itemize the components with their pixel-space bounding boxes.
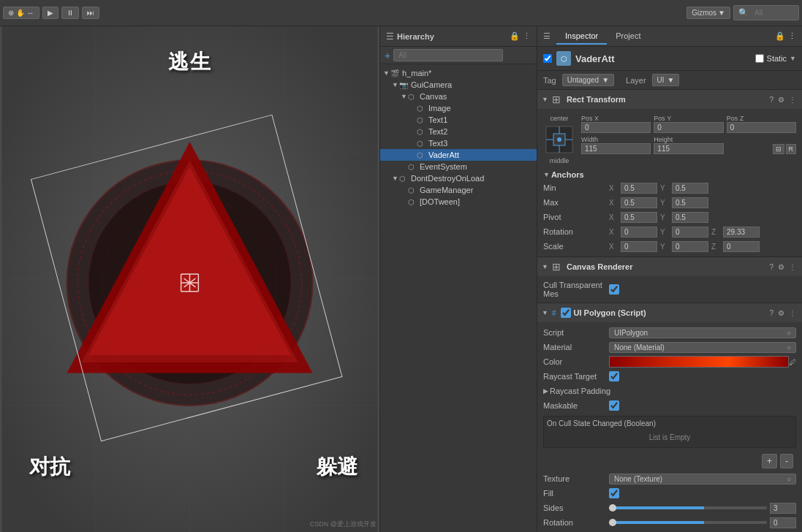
- ui-polygon-checkbox[interactable]: [561, 308, 571, 318]
- hierarchy-lock-icon[interactable]: 🔒: [510, 31, 520, 41]
- rotation-input[interactable]: [770, 517, 796, 528]
- add-event-btn[interactable]: +: [762, 454, 777, 468]
- texture-ref[interactable]: None (Texture) ○: [609, 474, 796, 484]
- anchor-widget[interactable]: [543, 123, 575, 156]
- pivot-row: Pivot X Y: [543, 210, 796, 224]
- tree-item-EventSystem[interactable]: ⬡EventSystem: [380, 161, 537, 172]
- script-ref[interactable]: UIPolygon ○: [609, 327, 796, 338]
- tree-item-Image[interactable]: ⬡Image: [380, 102, 537, 114]
- canvas-renderer-help[interactable]: ?: [768, 263, 775, 271]
- scene-view[interactable]: 逃生 对抗 躲避 CSDN @爱上游戏开发: [0, 26, 380, 532]
- rotation-x[interactable]: [621, 227, 657, 238]
- tree-item-DontDestroyOnLoad[interactable]: ▼⬡DontDestroyOnLoad: [380, 172, 537, 184]
- blueprint-btn[interactable]: ⊟: [773, 144, 784, 154]
- rect-transform-menu[interactable]: ⋮: [787, 96, 798, 104]
- color-row: Color 🖊: [543, 354, 796, 369]
- tab-inspector[interactable]: Inspector: [556, 28, 607, 45]
- min-x-label: X: [609, 184, 618, 192]
- ui-polygon-menu[interactable]: ⋮: [787, 309, 798, 317]
- anchor-min-y[interactable]: [672, 183, 708, 194]
- raycast-padding-group[interactable]: ▶ Raycast Padding: [543, 387, 610, 395]
- transform-tools[interactable]: ⊕ ✋ ↔: [3, 7, 39, 19]
- ui-polygon-help[interactable]: ?: [768, 309, 775, 317]
- tree-item-DOTween[interactable]: ⬡[DOTween]: [380, 196, 537, 208]
- tree-item-GameManager[interactable]: ⬡GameManager: [380, 184, 537, 196]
- maskable-row: Maskable: [543, 398, 796, 413]
- tree-item-VaderAtt[interactable]: ⬡VaderAtt: [380, 149, 537, 161]
- tree-item-h_main[interactable]: ▼🎬h_main*: [380, 67, 537, 79]
- svg-point-28: [557, 137, 561, 142]
- canvas-renderer-settings[interactable]: ⚙: [776, 263, 786, 271]
- inspector-panel: ☰ Inspector Project 🔒 ⋮ ⬡ VaderAtt Stati…: [537, 26, 802, 532]
- rot-x-label: X: [609, 228, 618, 236]
- layer-dropdown[interactable]: UI ▼: [652, 74, 680, 86]
- texture-ref-icon: ○: [787, 475, 791, 483]
- rotation-y[interactable]: [672, 227, 708, 238]
- object-active-checkbox[interactable]: [543, 54, 552, 63]
- width-input[interactable]: [581, 143, 651, 154]
- color-picker-icon[interactable]: 🖊: [789, 358, 796, 366]
- rotation-z[interactable]: [723, 227, 760, 238]
- anchor-max-y[interactable]: [672, 197, 708, 208]
- tree-item-Canvas[interactable]: ▼⬡Canvas: [380, 91, 537, 102]
- rect-transform-settings[interactable]: ⚙: [776, 96, 786, 104]
- pos-y-input[interactable]: [654, 122, 723, 133]
- inspector-more-icon[interactable]: ⋮: [788, 31, 796, 41]
- tree-label-Canvas: Canvas: [420, 92, 534, 101]
- cull-checkbox[interactable]: [609, 284, 619, 294]
- canvas-renderer-header[interactable]: ▼ ⊞ Canvas Renderer ? ⚙ ⋮: [537, 257, 802, 276]
- remove-event-btn[interactable]: -: [780, 454, 793, 468]
- layer-chevron-icon: ▼: [667, 76, 675, 84]
- height-input[interactable]: [654, 143, 723, 154]
- pivot-x[interactable]: [621, 212, 657, 223]
- material-ref[interactable]: None (Material) ○: [609, 342, 796, 353]
- tag-dropdown[interactable]: Untagged ▼: [562, 74, 614, 86]
- pivot-y[interactable]: [672, 212, 708, 223]
- sides-input[interactable]: [770, 503, 796, 514]
- hierarchy-search-input[interactable]: [393, 49, 503, 61]
- anchors-section: ▼ Anchors Min X Y: [543, 167, 796, 210]
- pos-x-input[interactable]: [581, 122, 651, 133]
- tree-item-GuiCamera[interactable]: ▼📷GuiCamera: [380, 79, 537, 91]
- gizmos-button[interactable]: Gizmos ▼: [686, 7, 730, 19]
- hierarchy-more-icon[interactable]: ⋮: [523, 31, 531, 41]
- pos-z-input[interactable]: [727, 122, 796, 133]
- tree-item-Text1[interactable]: ⬡Text1: [380, 114, 537, 126]
- scene-text-bl: 对抗: [29, 453, 70, 481]
- raycast-checkbox[interactable]: [609, 371, 619, 381]
- rect-transform-header[interactable]: ▼ ⊞ Rect Transform ? ⚙ ⋮: [537, 90, 802, 109]
- sides-slider-group: [609, 503, 796, 514]
- scale-z[interactable]: [723, 241, 760, 252]
- inspector-lock-icon[interactable]: 🔒: [775, 31, 785, 41]
- hierarchy-search-bar: +: [380, 47, 537, 64]
- sides-slider[interactable]: [609, 506, 767, 509]
- maskable-checkbox[interactable]: [609, 400, 619, 411]
- tree-item-Text2[interactable]: ⬡Text2: [380, 126, 537, 137]
- rotation-slider[interactable]: [609, 521, 767, 524]
- static-chevron[interactable]: ▼: [790, 55, 796, 62]
- scale-x[interactable]: [621, 241, 657, 252]
- r-btn[interactable]: R: [786, 144, 797, 154]
- tree-item-Text3[interactable]: ⬡Text3: [380, 137, 537, 149]
- rect-transform-help[interactable]: ?: [768, 96, 775, 104]
- scene-search-input[interactable]: [750, 7, 794, 18]
- tab-project[interactable]: Project: [607, 28, 649, 45]
- ui-polygon-header[interactable]: ▼ # UI Polygon (Script) ? ⚙ ⋮: [537, 303, 802, 322]
- color-swatch[interactable]: [609, 356, 789, 368]
- anchor-min-x[interactable]: [621, 183, 657, 194]
- static-checkbox[interactable]: [755, 54, 764, 63]
- gizmos-label: Gizmos: [692, 9, 716, 17]
- scene-text-br: 躲避: [317, 453, 358, 481]
- step-button[interactable]: ⏭: [82, 7, 99, 19]
- canvas-renderer-menu[interactable]: ⋮: [787, 263, 798, 271]
- anchor-max-x[interactable]: [621, 197, 657, 208]
- play-button[interactable]: ▶: [42, 7, 58, 19]
- pause-button[interactable]: ⏸: [61, 7, 79, 19]
- width-label: Width: [581, 136, 651, 143]
- polygon-rotation-label: Rotation: [543, 518, 609, 527]
- hierarchy-add-btn[interactable]: +: [385, 50, 390, 61]
- scale-y[interactable]: [672, 241, 708, 252]
- anchors-header[interactable]: ▼ Anchors: [543, 169, 796, 180]
- fill-checkbox[interactable]: [609, 488, 619, 498]
- ui-polygon-settings[interactable]: ⚙: [776, 309, 786, 317]
